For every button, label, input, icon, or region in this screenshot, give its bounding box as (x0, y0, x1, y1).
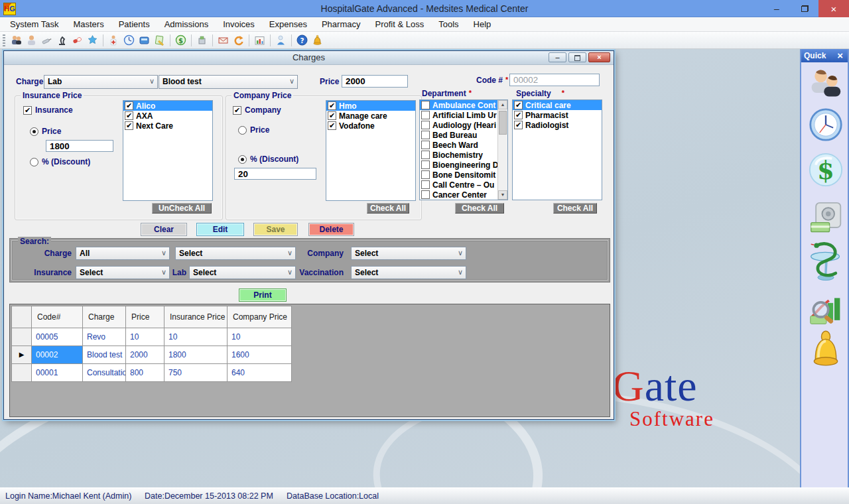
microscope-icon[interactable] (56, 34, 68, 46)
list-item[interactable]: Call Centre – Ou (420, 180, 497, 190)
menu-pharmacy[interactable]: Pharmacy (314, 17, 368, 31)
dialog-maximize-button[interactable] (568, 52, 586, 62)
toolbar-grip[interactable] (3, 34, 5, 46)
specialty-check-all-button[interactable]: Check All (553, 203, 597, 214)
menu-profit-loss[interactable]: Profit & Loss (367, 17, 431, 31)
delete-button[interactable]: Delete (308, 223, 354, 236)
checkbox-icon[interactable] (421, 111, 430, 119)
checkbox-icon[interactable] (421, 160, 430, 169)
menu-admissions[interactable]: Admissions (157, 17, 216, 31)
checkbox-icon[interactable] (421, 141, 430, 149)
search-company-combo[interactable]: Select∨ (351, 247, 466, 260)
checkbox-icon[interactable]: ✔ (328, 101, 336, 110)
list-item[interactable]: ✔Radiologist (513, 120, 602, 130)
alerts-icon[interactable] (311, 34, 324, 46)
checkbox-icon[interactable]: ✔ (125, 111, 133, 120)
cell-code[interactable]: 00002 (32, 346, 83, 364)
restore-button[interactable] (791, 0, 818, 17)
row-selector[interactable]: ▶ (12, 346, 32, 364)
table-row[interactable]: 00005 Revo 10 10 10 (12, 328, 292, 346)
patients-icon[interactable] (10, 34, 23, 46)
row-selector[interactable] (12, 328, 32, 346)
edit-button[interactable]: Edit (196, 223, 244, 236)
cell-code[interactable]: 00005 (32, 328, 83, 346)
cell-price[interactable]: 10 (126, 328, 164, 346)
reminder-icon[interactable] (809, 330, 843, 373)
insurance-uncheck-all-button[interactable]: UnCheck All (152, 203, 212, 214)
clear-button[interactable]: Clear (141, 223, 187, 236)
patient-icon[interactable] (25, 34, 38, 46)
cell-insurance-price[interactable]: 10 (164, 328, 228, 346)
menu-tools[interactable]: Tools (431, 17, 466, 31)
menu-patients[interactable]: Patients (111, 17, 157, 31)
cell-charge[interactable]: Consultation (83, 364, 126, 382)
cell-charge[interactable]: Revo (83, 328, 126, 346)
search-charge-name-combo[interactable]: Select∨ (175, 247, 296, 260)
menu-help[interactable]: Help (466, 17, 499, 31)
checkbox-icon[interactable] (421, 101, 430, 109)
dialog-minimize-button[interactable]: – (549, 52, 566, 62)
scroll-up-icon[interactable]: ▲ (498, 100, 507, 109)
scrollbar-thumb[interactable] (499, 111, 507, 135)
hospital-staff-icon[interactable] (107, 34, 120, 46)
list-item[interactable]: Ambulance Cont (420, 100, 497, 110)
inventory-icon[interactable] (196, 34, 208, 46)
cell-price[interactable]: 2000 (126, 346, 164, 364)
insurance-discount-radio[interactable]: % (Discount) (30, 157, 90, 166)
pharmacy-icon[interactable] (809, 240, 843, 290)
insurance-price-radio[interactable]: Price (30, 127, 61, 136)
table-row[interactable]: 00001 Consultation 800 750 640 (12, 364, 292, 382)
list-item[interactable]: ✔Manage care (326, 111, 415, 121)
list-item[interactable]: ✔Pharmacist (513, 110, 602, 120)
list-item[interactable]: ✔Hmo (326, 101, 415, 111)
list-item[interactable]: Biochemistry (420, 150, 497, 160)
help-icon[interactable]: ? (296, 34, 308, 46)
search-charge-combo[interactable]: All∨ (76, 247, 170, 260)
list-item[interactable]: Artificial Limb Ur (420, 110, 497, 120)
quick-close-icon[interactable]: × (837, 50, 848, 62)
list-item[interactable]: ✔AXA (123, 111, 212, 121)
list-item[interactable]: Audiology (Heari (420, 120, 497, 130)
company-discount-input[interactable] (234, 168, 316, 180)
search-insurance-combo[interactable]: Select∨ (76, 266, 170, 279)
header-company-price[interactable]: Company Price (228, 306, 292, 328)
lab-star-icon[interactable] (86, 34, 99, 46)
charge-type-combo[interactable]: Lab∨ (44, 75, 158, 89)
billing-icon[interactable]: $ (809, 153, 843, 189)
dialog-title-bar[interactable]: Charges – × (4, 51, 614, 65)
header-insurance-price[interactable]: Insurance Price (164, 306, 228, 328)
minimize-button[interactable]: – (763, 0, 791, 17)
menu-invoices[interactable]: Invoices (216, 17, 262, 31)
list-item[interactable]: ✔Critical care (513, 100, 602, 110)
clock-icon[interactable] (809, 107, 843, 144)
checkbox-icon[interactable]: ✔ (514, 121, 523, 129)
search-vaccination-combo[interactable]: Select∨ (351, 266, 466, 279)
checkbox-icon[interactable]: ✔ (125, 121, 133, 130)
header-code[interactable]: Code# (32, 306, 83, 328)
list-item[interactable]: ✔Alico (123, 101, 212, 111)
scrollbar[interactable]: ▲ ▼ (497, 100, 507, 200)
list-item[interactable]: ✔Next Care (123, 121, 212, 131)
cashbox-icon[interactable] (809, 202, 843, 238)
syringe-icon[interactable] (40, 34, 53, 46)
mail-icon[interactable] (217, 34, 229, 46)
checkbox-icon[interactable]: ✔ (125, 101, 133, 110)
company-discount-radio[interactable]: % (Discount) (238, 155, 298, 164)
invoice-icon[interactable] (153, 34, 166, 46)
department-check-all-button[interactable]: Check All (455, 203, 504, 214)
scroll-down-icon[interactable]: ▼ (498, 190, 507, 200)
cell-insurance-price[interactable]: 1800 (164, 346, 228, 364)
save-button[interactable]: Save (253, 223, 298, 236)
cell-charge[interactable]: Blood test (83, 346, 126, 364)
checkbox-icon[interactable]: ✔ (514, 101, 523, 109)
pill-icon[interactable] (71, 34, 84, 46)
cell-company-price[interactable]: 10 (228, 328, 292, 346)
company-price-radio[interactable]: Price (238, 125, 269, 135)
checkbox-icon[interactable]: ✔ (328, 121, 336, 130)
cell-company-price[interactable]: 1600 (228, 346, 292, 364)
code-input[interactable] (509, 74, 600, 86)
table-row-selected[interactable]: ▶ 00002 Blood test 2000 1800 1600 (12, 346, 292, 364)
header-price[interactable]: Price (126, 306, 164, 328)
list-item[interactable]: Cancer Center (420, 190, 497, 200)
list-item[interactable]: Bed Bureau (420, 130, 497, 140)
